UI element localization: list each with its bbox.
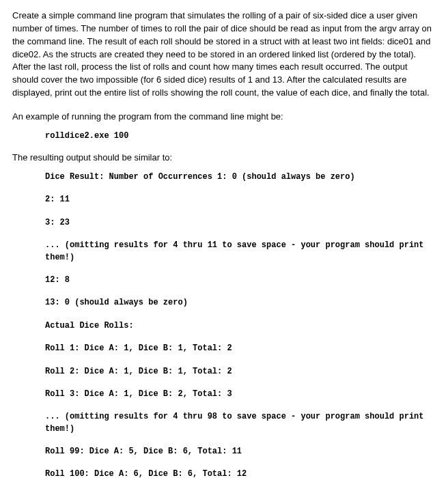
example-intro: An example of running the program from t… <box>12 111 436 124</box>
output-line: Dice Result: Number of Occurrences 1: 0 … <box>45 171 436 183</box>
expected-output-block: Dice Result: Number of Occurrences 1: 0 … <box>12 171 436 478</box>
output-line: Roll 1: Dice A: 1, Dice B: 1, Total: 2 <box>45 343 436 354</box>
output-line: Roll 99: Dice A: 5, Dice B: 6, Total: 11 <box>45 446 436 458</box>
output-line: 12: 8 <box>45 275 436 286</box>
output-line: 2: 11 <box>45 194 436 206</box>
output-line: Roll 100: Dice A: 6, Dice B: 6, Total: 1… <box>45 468 436 478</box>
output-line: ... (omitting results for 4 thru 11 to s… <box>45 240 436 264</box>
output-line: 3: 23 <box>45 217 436 229</box>
problem-description: Create a simple command line program tha… <box>12 10 436 100</box>
output-intro: The resulting output should be similar t… <box>12 152 436 165</box>
output-line: 13: 0 (should always be zero) <box>45 297 436 309</box>
output-line: ... (omitting results for 4 thru 98 to s… <box>45 411 436 435</box>
command-line-example: rolldice2.exe 100 <box>12 130 436 142</box>
output-line: Roll 3: Dice A: 1, Dice B: 2, Total: 3 <box>45 389 436 400</box>
output-line: Roll 2: Dice A: 1, Dice B: 1, Total: 2 <box>45 366 436 378</box>
output-line: Actual Dice Rolls: <box>45 320 436 332</box>
